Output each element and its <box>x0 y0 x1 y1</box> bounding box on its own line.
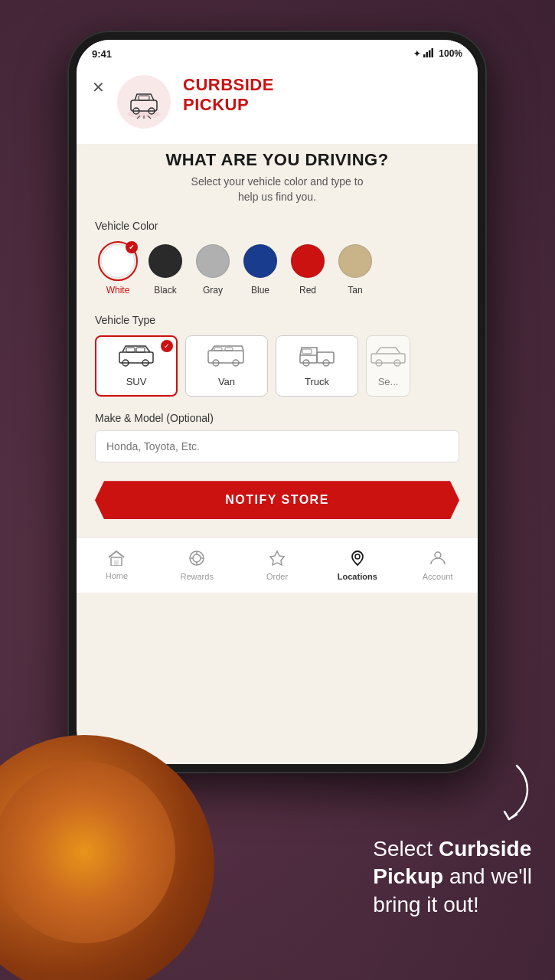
make-model-input[interactable] <box>95 430 459 462</box>
svg-rect-31 <box>114 560 119 566</box>
account-icon <box>429 550 446 570</box>
scroll-content: WHAT ARE YOU DRIVING? Select your vehicl… <box>77 142 478 593</box>
locations-icon <box>349 550 366 570</box>
home-icon <box>108 550 125 569</box>
vehicle-type-label: Vehicle Type <box>95 314 459 326</box>
svg-point-39 <box>435 552 441 558</box>
svg-point-33 <box>193 554 201 562</box>
black-swatch <box>149 244 182 278</box>
close-button[interactable]: ✕ <box>92 78 105 96</box>
vehicle-color-label: Vehicle Color <box>95 220 459 232</box>
color-option-black[interactable]: Black <box>145 241 185 296</box>
question-title: WHAT ARE YOU DRIVING? <box>95 150 459 170</box>
status-time: 9:41 <box>92 48 112 60</box>
phone-device: 9:41 ✦ 100% ✕ <box>67 31 487 773</box>
nav-account[interactable]: Account <box>397 550 478 581</box>
account-label: Account <box>423 572 453 581</box>
tan-label: Tan <box>348 285 362 296</box>
van-label: Van <box>218 376 235 387</box>
gray-label: Gray <box>203 285 223 296</box>
svg-rect-22 <box>317 352 334 363</box>
locations-label: Locations <box>338 572 377 581</box>
main-content: WHAT ARE YOU DRIVING? Select your vehicl… <box>77 142 478 537</box>
phone-screen: 9:41 ✦ 100% ✕ <box>77 40 478 764</box>
color-swatch-tan <box>335 241 375 281</box>
status-right: ✦ 100% <box>413 48 462 60</box>
home-label: Home <box>106 571 128 580</box>
color-swatch-white: ✓ <box>98 241 138 281</box>
header: ✕ CURBSIDE PICKUP <box>77 67 478 144</box>
suv-icon <box>116 345 156 371</box>
svg-point-38 <box>355 554 360 559</box>
tan-swatch <box>338 244 372 278</box>
order-icon <box>269 550 286 570</box>
color-swatch-black <box>145 241 185 281</box>
truck-label: Truck <box>305 376 329 387</box>
white-check: ✓ <box>126 241 138 253</box>
vehicle-option-van[interactable]: Van <box>185 335 268 397</box>
nav-home[interactable]: Home <box>77 550 157 580</box>
svg-rect-5 <box>131 100 157 111</box>
curbside-title-text: CURBSIDE PICKUP <box>183 75 274 116</box>
svg-rect-24 <box>302 349 312 354</box>
suv-check: ✓ <box>161 340 173 352</box>
battery-label: 100% <box>439 48 462 59</box>
svg-rect-1 <box>426 52 429 57</box>
make-model-label: Make & Model (Optional) <box>95 412 459 424</box>
color-swatch-blue <box>240 241 280 281</box>
svg-rect-8 <box>139 96 149 100</box>
truck-icon <box>297 345 337 371</box>
status-bar: 9:41 ✦ 100% <box>77 40 478 67</box>
notify-store-button[interactable]: NOTIFY STORE <box>95 481 459 519</box>
color-swatch-red <box>288 241 328 281</box>
sedan-icon <box>368 345 408 371</box>
color-option-white[interactable]: ✓ White <box>98 241 138 296</box>
svg-rect-0 <box>423 54 426 57</box>
bluetooth-icon: ✦ <box>413 49 420 59</box>
gray-swatch <box>196 244 230 278</box>
color-swatch-gray <box>193 241 233 281</box>
bottom-text: Select CurbsidePickup and we'llbring it … <box>373 835 532 919</box>
blue-swatch <box>243 244 277 278</box>
black-label: Black <box>154 285 176 296</box>
red-label: Red <box>299 285 316 296</box>
curbside-title: CURBSIDE PICKUP <box>183 75 274 116</box>
nav-order[interactable]: Order <box>237 550 318 581</box>
bottom-text-line1: Select <box>373 837 439 861</box>
arrow-decoration <box>471 758 532 835</box>
nav-rewards[interactable]: Rewards <box>157 550 237 581</box>
svg-rect-13 <box>126 348 135 352</box>
sedan-label: Se... <box>378 376 399 387</box>
order-label: Order <box>266 572 288 581</box>
svg-rect-3 <box>432 48 434 57</box>
logo-circle <box>117 75 171 129</box>
signal-icon <box>423 48 434 60</box>
svg-rect-14 <box>136 348 145 352</box>
blue-label: Blue <box>251 285 269 296</box>
color-row: ✓ White Black <box>95 241 459 296</box>
bottom-nav: Home Rewards <box>77 537 478 593</box>
suv-label: SUV <box>126 376 147 387</box>
vehicle-option-sedan[interactable]: Se... <box>366 335 410 397</box>
question-subtitle: Select your vehicle color and type to he… <box>95 175 459 204</box>
van-icon <box>207 345 246 371</box>
vehicle-option-suv[interactable]: ✓ SUV <box>95 335 178 397</box>
red-swatch <box>291 244 325 278</box>
white-label: White <box>106 285 130 296</box>
color-option-red[interactable]: Red <box>288 241 328 296</box>
color-option-tan[interactable]: Tan <box>335 241 375 296</box>
rewards-icon <box>188 550 205 570</box>
svg-rect-2 <box>429 50 431 57</box>
color-option-gray[interactable]: Gray <box>193 241 233 296</box>
vehicle-option-truck[interactable]: Truck <box>276 335 358 397</box>
color-option-blue[interactable]: Blue <box>240 241 280 296</box>
vehicle-type-row: ✓ SUV <box>95 335 459 397</box>
rewards-label: Rewards <box>180 572 213 581</box>
nav-locations[interactable]: Locations <box>317 550 397 581</box>
